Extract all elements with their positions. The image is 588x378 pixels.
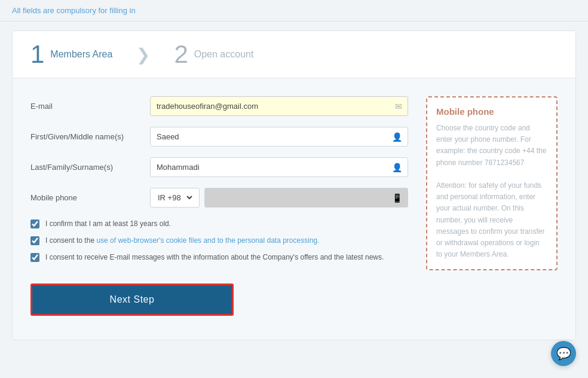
- lastname-label: Last/Family/Surname(s): [30, 163, 150, 172]
- cookie-link[interactable]: use of web-browser's cookie files and to…: [96, 236, 319, 245]
- step-2-number: 2: [174, 42, 188, 67]
- steps-header: 1 Members Area ❯ 2 Open account: [13, 31, 575, 78]
- firstname-label: First/Given/Middle name(s): [30, 132, 150, 141]
- content-area: E-mail ✉ First/Given/Middle name(s) 👤 La…: [13, 78, 575, 340]
- step-1-label: Members Area: [50, 49, 112, 60]
- top-bar: All fields are compulsory for filling in: [0, 0, 588, 22]
- user2-icon: 👤: [392, 163, 402, 172]
- checkbox-cookies[interactable]: [30, 236, 39, 245]
- checkbox-email[interactable]: [30, 253, 39, 262]
- phone-wrap: IR +98 US +1 GB +44 📱: [150, 188, 408, 208]
- main-container: 1 Members Area ❯ 2 Open account E-mail ✉…: [12, 31, 576, 340]
- checkbox-row-3: I consent to receive E-mail messages wit…: [30, 252, 408, 263]
- info-box-text: Choose the country code and enter your p…: [436, 123, 547, 260]
- chat-bubble[interactable]: 💬: [551, 341, 576, 366]
- phone-country-dropdown[interactable]: IR +98 US +1 GB +44: [155, 193, 194, 203]
- phone-row: Mobile phone IR +98 US +1 GB +44 📱: [30, 188, 408, 208]
- lastname-row: Last/Family/Surname(s) 👤: [30, 157, 408, 177]
- phone-label: Mobile phone: [30, 193, 150, 202]
- step-arrow: ❯: [136, 45, 150, 65]
- checkbox-email-label: I consent to receive E-mail messages wit…: [45, 252, 384, 263]
- checkbox-row-2: I consent to the use of web-browser's co…: [30, 235, 408, 246]
- next-step-wrap: Next Step: [30, 284, 408, 322]
- firstname-row: First/Given/Middle name(s) 👤: [30, 127, 408, 147]
- checkbox-age-label: I confirm that I am at least 18 years ol…: [45, 218, 171, 229]
- email-row: E-mail ✉: [30, 96, 408, 116]
- lastname-input-wrap: 👤: [150, 157, 408, 177]
- checkbox-cookies-label: I consent to the use of web-browser's co…: [45, 235, 320, 246]
- user-icon: 👤: [392, 132, 402, 142]
- top-bar-text: All fields are compulsory for filling in: [12, 6, 136, 15]
- lastname-input[interactable]: [150, 157, 408, 177]
- checkbox-section: I confirm that I am at least 18 years ol…: [30, 218, 408, 263]
- checkbox-age[interactable]: [30, 220, 39, 228]
- step-1-number: 1: [30, 42, 44, 67]
- phone-number-wrap: 📱: [204, 188, 408, 208]
- step-1: 1 Members Area: [30, 42, 112, 67]
- phone-number-input[interactable]: [204, 188, 408, 208]
- info-box-title: Mobile phone: [436, 106, 547, 117]
- info-box: Mobile phone Choose the country code and…: [426, 96, 558, 270]
- firstname-input[interactable]: [150, 127, 408, 147]
- email-icon: ✉: [395, 102, 402, 111]
- next-step-button[interactable]: Next Step: [30, 284, 234, 316]
- form-section: E-mail ✉ First/Given/Middle name(s) 👤 La…: [30, 96, 408, 322]
- email-input-wrap: ✉: [150, 96, 408, 116]
- checkbox-row-1: I confirm that I am at least 18 years ol…: [30, 218, 408, 229]
- phone-icon: 📱: [392, 193, 402, 203]
- step-2-label: Open account: [194, 49, 254, 60]
- email-input[interactable]: [150, 96, 408, 116]
- firstname-input-wrap: 👤: [150, 127, 408, 147]
- phone-country-select[interactable]: IR +98 US +1 GB +44: [150, 188, 200, 208]
- chat-icon: 💬: [556, 346, 571, 361]
- email-label: E-mail: [30, 102, 150, 111]
- step-2: 2 Open account: [174, 42, 253, 67]
